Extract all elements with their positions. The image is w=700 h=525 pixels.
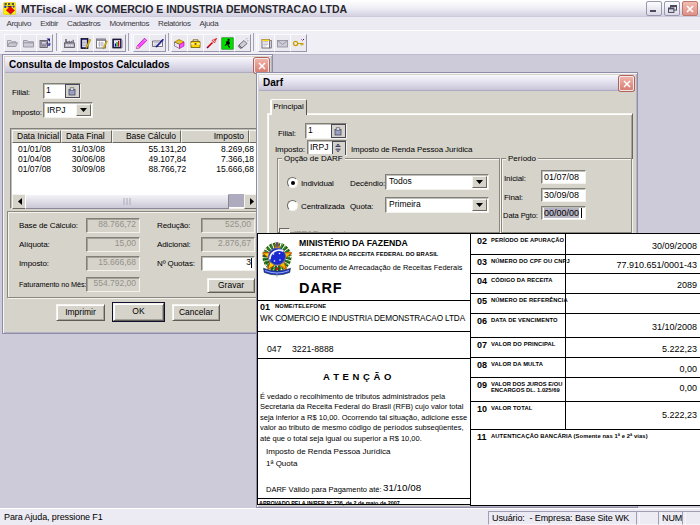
toolbar-separator <box>56 33 60 51</box>
toolbar-dart-button[interactable] <box>203 34 220 52</box>
restore-button[interactable] <box>664 1 680 16</box>
quota-combobox[interactable]: Primeira <box>385 197 489 213</box>
filial-spin-button[interactable] <box>65 84 80 98</box>
scrollbar-thumb[interactable] <box>25 194 229 209</box>
mail-disabled-icon <box>276 37 289 50</box>
radio-centralizada-label[interactable]: Centralizada <box>301 202 345 211</box>
ok-button[interactable]: OK <box>113 303 164 321</box>
menu-relatorios[interactable]: Relatórios <box>154 19 196 28</box>
menu-ajuda[interactable]: Ajuda <box>195 19 223 28</box>
tax-description: Imposto de Renda Pessoa Jurídica <box>266 447 391 456</box>
imposto-dropdown-button[interactable] <box>76 104 91 116</box>
toolbar-notebook-button[interactable] <box>77 34 94 52</box>
quota-line: 1ª Quota <box>266 459 297 468</box>
quota-dropdown-button[interactable] <box>472 199 487 211</box>
tab-principal[interactable]: Principal <box>270 99 307 115</box>
radio-centralizada[interactable] <box>287 200 298 211</box>
text-caret <box>581 208 582 218</box>
inicial-label: Inicial: <box>504 174 526 183</box>
status-user: Usuário: - Empresa: Base Site WK <box>488 511 640 525</box>
table-header-row: Data Inicial Data Final Base Cálculo Imp… <box>12 130 259 143</box>
datapgto-label: Data Pgto: <box>503 211 538 220</box>
statusbar: Para Ajuda, pressione F1 Usuário: - Empr… <box>0 508 700 525</box>
table-row[interactable]: 01/01/08 31/03/08 55.131,20 8.269,68 <box>12 144 259 154</box>
radio-individual[interactable] <box>287 177 298 188</box>
darf-filial-spinedit[interactable]: 1 <box>305 123 347 139</box>
darf-field-08: 08 VALOR DA MULTA 0,00 <box>471 358 700 378</box>
quotas-label: Nº Quotas: <box>157 259 195 268</box>
inicial-field[interactable]: 01/07/08 <box>541 170 586 184</box>
imprimir-button[interactable]: Imprimir <box>56 304 105 321</box>
col-header-base-calculo[interactable]: Base Cálculo <box>112 130 181 143</box>
filial-spinedit[interactable]: 1 <box>43 83 81 99</box>
imposto-combobox[interactable]: IRPJ <box>43 102 93 118</box>
table-row[interactable]: 01/07/08 30/09/08 88.766,72 15.666,68 <box>12 164 259 174</box>
aliquota-label: Alíquota: <box>19 240 50 249</box>
col-header-data-final[interactable]: Data Final <box>61 130 112 143</box>
col-header-imposto[interactable]: Imposto <box>181 130 249 143</box>
darf-imposto-spin-button[interactable] <box>332 141 346 155</box>
toolbar-factory-button[interactable] <box>61 34 78 52</box>
menu-exibir[interactable]: Exibir <box>36 19 63 28</box>
toolbar-ledger-button[interactable] <box>258 34 275 52</box>
decendio-dropdown-button[interactable] <box>472 176 487 188</box>
main-titlebar: MTFiscal - WK COMERCIO E INDUSTRIA DEMON… <box>0 0 700 17</box>
toolbar-open-folder-button[interactable] <box>4 34 21 52</box>
table-row[interactable]: 01/04/08 30/06/08 49.107,84 7.366,18 <box>12 154 259 164</box>
approval-note: APROVADO PELA IN/RFB Nº 736, de 2 de mai… <box>259 500 401 506</box>
table-hscrollbar[interactable] <box>12 194 259 207</box>
darf-field-07: 07 VALOR DO PRINCIPAL 5.222,23 <box>471 338 700 358</box>
darf-titlebar[interactable]: Darf <box>259 75 635 91</box>
decendio-combobox[interactable]: Todos <box>385 174 489 190</box>
warning-line: seja inferior a R$ 10,00. Ocorrendo tal … <box>260 413 467 423</box>
darf-field-04: 04 CÓDIGO DA RECEITA 2089 <box>471 274 700 294</box>
toolbar-folder-button[interactable] <box>20 34 37 52</box>
quotas-field[interactable]: 3 <box>201 256 255 271</box>
toolbar-mail-button[interactable] <box>274 34 291 52</box>
toolbar-eraser-button[interactable] <box>234 34 251 52</box>
phone-number: 3221-8888 <box>292 344 334 354</box>
warning-line: É vedado o recolhimento de tributos admi… <box>260 392 467 402</box>
consulta-title: Consulta de Impostos Calculados <box>9 59 170 70</box>
checkbook-pen-icon <box>151 37 164 50</box>
warning-line: até que o total seja igual ou superior a… <box>260 434 467 444</box>
cancelar-button[interactable]: Cancelar <box>172 304 220 321</box>
document-subtitle: Documento de Arrecadação de Receitas Fed… <box>299 263 463 272</box>
minimize-button[interactable] <box>646 1 662 16</box>
darf-filial-spin-button[interactable] <box>331 124 346 138</box>
toolbar-save-button[interactable] <box>187 34 204 52</box>
menu-movimentos[interactable]: Movimentos <box>105 19 154 28</box>
consulta-titlebar[interactable]: Consulta de Impostos Calculados <box>5 57 270 73</box>
spin-icon <box>68 87 76 96</box>
toolbar-key-button[interactable] <box>290 34 307 52</box>
filial-label: Filial: <box>12 88 30 97</box>
col-header-data-inicial[interactable]: Data Inicial <box>12 130 61 143</box>
toolbar-chart-button[interactable] <box>109 34 126 52</box>
spin-icon <box>334 127 342 136</box>
menu-arquivo[interactable]: Arquivo <box>2 19 36 28</box>
base-calculo-label: Base de Cálculo: <box>19 221 78 230</box>
darf-close-button[interactable] <box>619 76 634 91</box>
dart-icon <box>205 37 218 50</box>
toolbar-money-button[interactable] <box>171 34 188 52</box>
toolbar-calendar-button[interactable] <box>93 34 110 52</box>
close-button[interactable] <box>682 1 698 16</box>
scroll-left-icon <box>18 198 22 205</box>
text-caret <box>251 258 252 268</box>
toolbar-pencil-button[interactable] <box>133 34 150 52</box>
final-field[interactable]: 30/09/08 <box>541 188 586 202</box>
radio-individual-label[interactable]: Individual <box>301 179 334 188</box>
menu-cadastros[interactable]: Cadastros <box>63 19 105 28</box>
consulta-close-button[interactable] <box>254 58 269 73</box>
darf-filial-label: Filial: <box>278 129 296 138</box>
gravar-button[interactable]: Gravar <box>207 278 255 293</box>
faturamento-field: 554.792,00 <box>86 277 140 292</box>
darf-field-05: 05 NÚMERO DE REFERÊNCIA <box>471 294 700 314</box>
app-icon <box>3 2 16 15</box>
toolbar-checkbook-button[interactable] <box>149 34 166 52</box>
field-label-box-divider <box>565 255 566 273</box>
toolbar-exit-button[interactable] <box>36 34 53 52</box>
datapgto-field[interactable]: 00/00/00 <box>541 206 586 220</box>
spin-updown-icon <box>334 143 342 153</box>
impostos-table[interactable]: Data Inicial Data Final Base Cálculo Imp… <box>10 128 261 209</box>
